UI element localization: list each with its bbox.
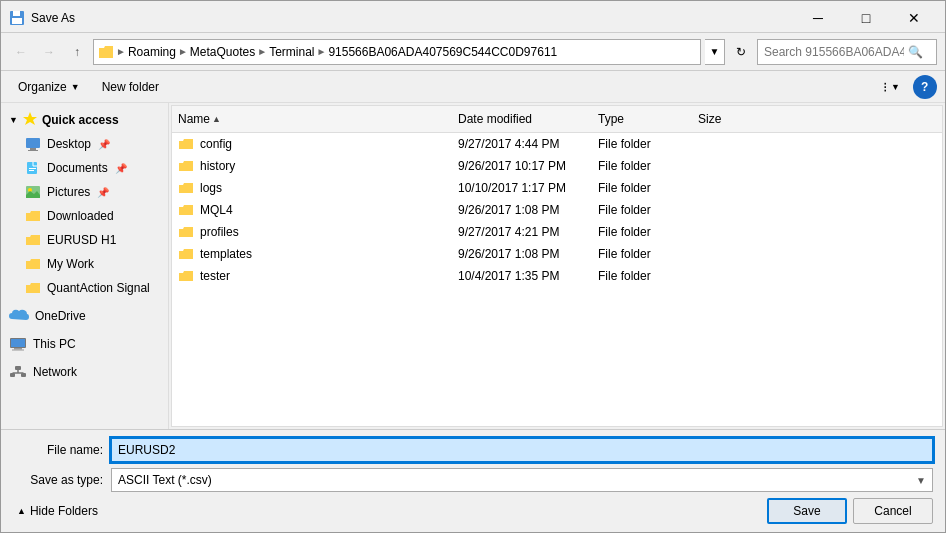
hide-folders-button[interactable]: ▲ Hide Folders xyxy=(13,502,102,520)
sidebar-item-onedrive[interactable]: OneDrive xyxy=(1,304,168,328)
sidebar-downloaded-label: Downloaded xyxy=(47,209,114,223)
forward-button[interactable]: → xyxy=(37,40,61,64)
main-content: ▼ Quick access Desktop 📌 Documents 📌 xyxy=(1,103,945,429)
back-button[interactable]: ← xyxy=(9,40,33,64)
documents-icon xyxy=(25,161,41,175)
file-type-config: File folder xyxy=(592,137,692,151)
file-date-tester: 10/4/2017 1:35 PM xyxy=(452,269,592,283)
organize-label: Organize xyxy=(18,80,67,94)
close-button[interactable]: ✕ xyxy=(891,8,937,28)
savetype-value: ASCII Text (*.csv) xyxy=(118,473,212,487)
sidebar-item-desktop[interactable]: Desktop 📌 xyxy=(1,132,168,156)
sidebar-item-downloaded[interactable]: Downloaded xyxy=(1,204,168,228)
address-dropdown-button[interactable]: ▼ xyxy=(705,39,725,65)
organize-dropdown-icon: ▼ xyxy=(71,82,80,92)
file-name-profiles: profiles xyxy=(172,225,452,239)
folder-icon xyxy=(178,181,194,195)
col-header-date[interactable]: Date modified xyxy=(452,108,592,130)
sidebar-onedrive-label: OneDrive xyxy=(35,309,86,323)
quick-access-collapse-icon: ▼ xyxy=(9,115,18,125)
svg-rect-16 xyxy=(15,366,21,370)
svg-rect-5 xyxy=(30,148,36,150)
sidebar-item-mywork[interactable]: My Work xyxy=(1,252,168,276)
breadcrumb-metaquotes: MetaQuotes xyxy=(190,45,255,59)
search-input[interactable] xyxy=(764,45,904,59)
svg-rect-4 xyxy=(26,138,40,148)
sidebar-item-thispc[interactable]: This PC xyxy=(1,332,168,356)
save-as-dialog: Save As ─ □ ✕ ← → ↑ ► Roaming ► MetaQuot… xyxy=(0,0,946,533)
maximize-button[interactable]: □ xyxy=(843,8,889,28)
table-row[interactable]: MQL4 9/26/2017 1:08 PM File folder xyxy=(172,199,942,221)
sidebar-eurusd-label: EURUSD H1 xyxy=(47,233,116,247)
svg-rect-6 xyxy=(28,150,38,151)
thispc-icon xyxy=(9,337,27,351)
table-row[interactable]: profiles 9/27/2017 4:21 PM File folder xyxy=(172,221,942,243)
help-button[interactable]: ? xyxy=(913,75,937,99)
refresh-button[interactable]: ↻ xyxy=(729,39,753,65)
documents-pin-icon: 📌 xyxy=(114,161,128,175)
col-header-size[interactable]: Size xyxy=(692,108,772,130)
file-type-history: File folder xyxy=(592,159,692,173)
sidebar-thispc-label: This PC xyxy=(33,337,76,351)
breadcrumb-terminal: Terminal xyxy=(269,45,314,59)
svg-rect-1 xyxy=(13,11,20,16)
col-header-name[interactable]: Name ▲ xyxy=(172,108,452,130)
table-row[interactable]: logs 10/10/2017 1:17 PM File folder xyxy=(172,177,942,199)
minimize-button[interactable]: ─ xyxy=(795,8,841,28)
network-icon xyxy=(9,365,27,379)
sidebar-item-pictures[interactable]: Pictures 📌 xyxy=(1,180,168,204)
table-row[interactable]: history 9/26/2017 10:17 PM File folder xyxy=(172,155,942,177)
quick-access-header[interactable]: ▼ Quick access xyxy=(1,107,168,132)
pictures-icon xyxy=(25,185,41,199)
views-button[interactable]: ⁝ ▼ xyxy=(874,75,909,99)
svg-rect-13 xyxy=(11,339,25,347)
organize-button[interactable]: Organize ▼ xyxy=(9,75,89,99)
savetype-select[interactable]: ASCII Text (*.csv) ▼ xyxy=(111,468,933,492)
svg-rect-8 xyxy=(29,168,36,169)
file-name-tester: tester xyxy=(172,269,452,283)
file-date-history: 9/26/2017 10:17 PM xyxy=(452,159,592,173)
col-header-type[interactable]: Type xyxy=(592,108,692,130)
onedrive-section: OneDrive xyxy=(1,304,168,328)
file-type-mql4: File folder xyxy=(592,203,692,217)
bottom-bar: File name: Save as type: ASCII Text (*.c… xyxy=(1,429,945,532)
file-date-templates: 9/26/2017 1:08 PM xyxy=(452,247,592,261)
table-row[interactable]: config 9/27/2017 4:44 PM File folder xyxy=(172,133,942,155)
file-name-config: config xyxy=(172,137,452,151)
svg-marker-3 xyxy=(23,112,37,125)
svg-rect-15 xyxy=(12,350,24,351)
cancel-button[interactable]: Cancel xyxy=(853,498,933,524)
action-row: ▲ Hide Folders Save Cancel xyxy=(13,498,933,524)
title-bar-left: Save As xyxy=(9,10,75,26)
table-row[interactable]: tester 10/4/2017 1:35 PM File folder xyxy=(172,265,942,287)
file-list: Name ▲ Date modified Type Size config xyxy=(171,105,943,427)
file-type-tester: File folder xyxy=(592,269,692,283)
up-button[interactable]: ↑ xyxy=(65,40,89,64)
sidebar-desktop-label: Desktop xyxy=(47,137,91,151)
savetype-row: Save as type: ASCII Text (*.csv) ▼ xyxy=(13,468,933,492)
search-icon: 🔍 xyxy=(908,45,923,59)
file-type-logs: File folder xyxy=(592,181,692,195)
path-folder-icon xyxy=(98,45,114,59)
sidebar-item-network[interactable]: Network xyxy=(1,360,168,384)
sidebar: ▼ Quick access Desktop 📌 Documents 📌 xyxy=(1,103,169,429)
quantaction-folder-icon xyxy=(25,281,41,295)
save-button[interactable]: Save xyxy=(767,498,847,524)
svg-rect-2 xyxy=(12,18,22,24)
sidebar-mywork-label: My Work xyxy=(47,257,94,271)
sidebar-item-documents[interactable]: Documents 📌 xyxy=(1,156,168,180)
filename-row: File name: xyxy=(13,438,933,462)
filename-input[interactable] xyxy=(111,438,933,462)
new-folder-button[interactable]: New folder xyxy=(93,75,168,99)
address-path[interactable]: ► Roaming ► MetaQuotes ► Terminal ► 9155… xyxy=(93,39,701,65)
table-row[interactable]: templates 9/26/2017 1:08 PM File folder xyxy=(172,243,942,265)
file-name-mql4: MQL4 xyxy=(172,203,452,217)
quick-access-label: Quick access xyxy=(42,113,119,127)
breadcrumb-roaming: Roaming xyxy=(128,45,176,59)
sidebar-item-quantaction[interactable]: QuantAction Signal xyxy=(1,276,168,300)
sidebar-pictures-label: Pictures xyxy=(47,185,90,199)
breadcrumb-hash: 915566BA06ADA407569C544CC0D97611 xyxy=(328,45,557,59)
sidebar-item-eurusd[interactable]: EURUSD H1 xyxy=(1,228,168,252)
address-bar: ← → ↑ ► Roaming ► MetaQuotes ► Terminal … xyxy=(1,33,945,71)
folder-icon xyxy=(178,159,194,173)
